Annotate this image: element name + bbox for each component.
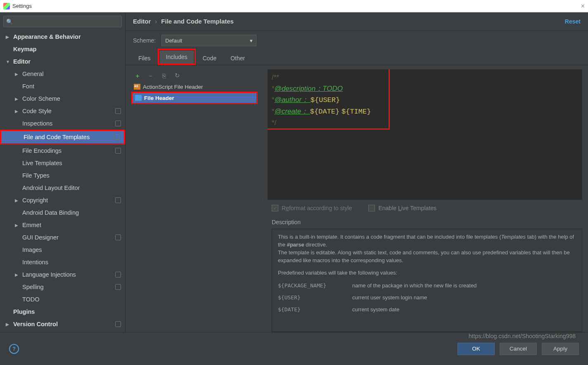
chevron-icon: ▶ xyxy=(15,109,20,114)
sidebar-item-todo[interactable]: TODO xyxy=(0,293,125,306)
sidebar-item-label: File Types xyxy=(22,172,50,179)
sidebar-item-label: Language Injections xyxy=(22,271,76,278)
tab-files[interactable]: Files xyxy=(131,51,158,65)
sidebar-item-label: Font xyxy=(22,83,34,90)
scheme-select[interactable]: Default ▾ xyxy=(161,35,256,46)
sidebar-item-emmet[interactable]: ▶Emmet xyxy=(0,219,125,231)
cancel-button[interactable]: Cancel xyxy=(500,343,537,355)
app-icon xyxy=(3,3,10,9)
sidebar-item-intentions[interactable]: Intentions xyxy=(0,256,125,268)
sidebar-item-general[interactable]: ▶General xyxy=(0,68,125,80)
add-button[interactable]: + xyxy=(134,72,141,79)
sidebar-item-appearance-behavior[interactable]: ▶Appearance & Behavior xyxy=(0,31,125,43)
sidebar-item-label: File and Code Templates xyxy=(24,134,90,140)
sidebar-item-version-control[interactable]: ▶Version Control xyxy=(0,318,125,330)
search-icon: 🔍 xyxy=(6,19,13,25)
checkbox-checked-icon: ✓ xyxy=(272,205,278,211)
sidebar-item-label: Intentions xyxy=(22,259,48,265)
breadcrumb-bar: Editor › File and Code Templates Reset xyxy=(126,12,588,31)
search-input[interactable]: 🔍 xyxy=(3,16,122,27)
sidebar-item-label: Images xyxy=(22,246,42,253)
variable-name: ${PACKAGE_NAME} xyxy=(278,282,336,290)
splitter-handle[interactable]: ⋮ xyxy=(261,69,264,332)
sidebar-item-code-style[interactable]: ▶Code Style xyxy=(0,105,125,117)
variable-name: ${DATE} xyxy=(278,306,336,314)
template-item-label: ActionScript File Header xyxy=(143,84,203,90)
sidebar-item-label: GUI Designer xyxy=(22,234,59,241)
sidebar-item-images[interactable]: Images xyxy=(0,244,125,256)
chevron-right-icon: › xyxy=(155,18,157,25)
variable-name: ${USER} xyxy=(278,294,336,302)
breadcrumb-leaf: File and Code Templates xyxy=(161,18,234,25)
sidebar-item-plugins[interactable]: Plugins xyxy=(0,306,125,318)
chevron-icon: ▶ xyxy=(15,97,20,101)
sidebar-item-label: Plugins xyxy=(13,308,35,315)
variable-desc: name of the package in which the new fil… xyxy=(352,282,477,290)
template-item-actionscript-file-header[interactable]: ActionScript File Header xyxy=(131,82,258,92)
tab-code[interactable]: Code xyxy=(196,51,223,65)
sidebar-item-label: Editor xyxy=(13,58,31,65)
sidebar-item-copyright[interactable]: ▶Copyright xyxy=(0,194,125,206)
sidebar-item-android-data-binding[interactable]: Android Data Binding xyxy=(0,206,125,219)
sidebar: 🔍 ▶Appearance & BehaviorKeymap▼Editor▶Ge… xyxy=(0,12,126,332)
template-list: ActionScript File HeaderFile Header xyxy=(131,82,258,332)
scheme-value: Default xyxy=(165,38,182,44)
copy-button[interactable]: ⎘ xyxy=(160,72,168,79)
project-badge-icon xyxy=(115,197,121,203)
sidebar-item-font[interactable]: Font xyxy=(0,80,125,92)
sidebar-item-label: Code Style xyxy=(22,108,52,114)
sidebar-item-label: General xyxy=(22,71,44,77)
chevron-icon: ▶ xyxy=(15,223,20,228)
sidebar-item-label: Inspections xyxy=(22,120,52,127)
description-box: This is a built-in template. It contains… xyxy=(272,229,582,332)
chevron-icon: ▶ xyxy=(6,322,11,327)
sidebar-item-inspections[interactable]: Inspections xyxy=(0,117,125,130)
project-badge-icon xyxy=(115,108,121,114)
project-badge-icon xyxy=(115,235,121,240)
sidebar-item-label: Android Data Binding xyxy=(22,209,79,216)
refresh-button[interactable]: ↻ xyxy=(173,72,181,79)
reset-link[interactable]: Reset xyxy=(565,18,581,25)
sidebar-item-label: Android Layout Editor xyxy=(22,185,80,191)
dialog-footer: ? OK Cancel Apply xyxy=(0,332,588,365)
ok-button[interactable]: OK xyxy=(458,343,495,355)
sidebar-item-live-templates[interactable]: Live Templates xyxy=(0,157,125,169)
sidebar-item-editor[interactable]: ▼Editor xyxy=(0,55,125,68)
window-title: Settings xyxy=(12,3,32,9)
sidebar-item-android-layout-editor[interactable]: Android Layout Editor xyxy=(0,182,125,194)
sidebar-item-label: Copyright xyxy=(22,197,48,204)
enable-live-templates-checkbox[interactable]: Enable Live Templates xyxy=(368,205,436,211)
list-toolbar: + − ⎘ ↻ xyxy=(131,69,258,82)
chevron-icon: ▶ xyxy=(15,72,20,76)
remove-button[interactable]: − xyxy=(147,72,154,79)
tab-includes[interactable]: Includes xyxy=(159,50,194,64)
sidebar-item-label: Color Scheme xyxy=(22,95,60,102)
chevron-icon: ▶ xyxy=(6,35,11,39)
sidebar-item-color-scheme[interactable]: ▶Color Scheme xyxy=(0,92,125,105)
sidebar-item-language-injections[interactable]: ▶Language Injections xyxy=(0,268,125,281)
variable-desc: current user system login name xyxy=(352,294,427,302)
sidebar-item-gui-designer[interactable]: GUI Designer xyxy=(0,231,125,244)
template-item-file-header[interactable]: File Header xyxy=(133,93,256,103)
settings-tree: ▶Appearance & BehaviorKeymap▼Editor▶Gene… xyxy=(0,31,125,332)
sidebar-item-keymap[interactable]: Keymap xyxy=(0,43,125,55)
sidebar-item-file-types[interactable]: File Types xyxy=(0,169,125,182)
sidebar-item-file-and-code-templates[interactable]: File and Code Templates xyxy=(1,131,124,143)
template-editor[interactable]: /***@description：TODO*@author： ${USER}*@… xyxy=(268,69,582,200)
project-badge-icon xyxy=(115,321,121,327)
help-button[interactable]: ? xyxy=(9,344,19,354)
tab-other[interactable]: Other xyxy=(223,51,252,65)
sidebar-item-label: Version Control xyxy=(13,321,58,327)
template-list-column: + − ⎘ ↻ ActionScript File HeaderFile Hea… xyxy=(131,69,258,332)
sidebar-item-spelling[interactable]: Spelling xyxy=(0,281,125,293)
breadcrumb-root: Editor xyxy=(133,18,151,25)
close-icon[interactable]: × xyxy=(581,2,585,10)
project-badge-icon xyxy=(114,134,120,140)
chevron-icon: ▶ xyxy=(15,273,20,277)
template-item-label: File Header xyxy=(144,95,174,101)
chevron-down-icon: ▾ xyxy=(250,38,253,44)
sidebar-item-file-encodings[interactable]: File Encodings xyxy=(0,145,125,157)
sidebar-item-label: Emmet xyxy=(22,222,41,228)
apply-button[interactable]: Apply xyxy=(542,343,579,355)
titlebar: Settings × xyxy=(0,0,588,12)
